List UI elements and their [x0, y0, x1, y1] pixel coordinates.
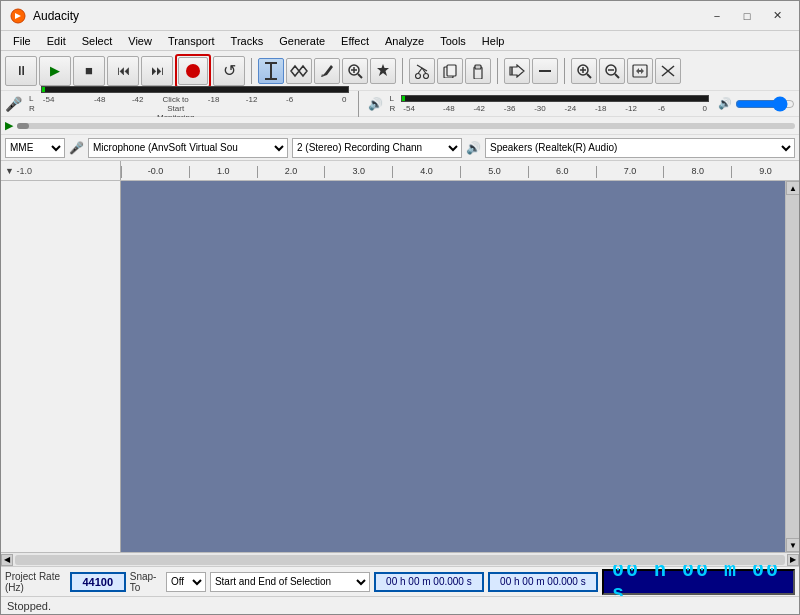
pause-button[interactable]: ⏸: [5, 56, 37, 86]
multitool-button[interactable]: [370, 58, 396, 84]
fastforward-button[interactable]: ⏭: [141, 56, 173, 86]
fit-project-button[interactable]: [655, 58, 681, 84]
project-rate-label: Project Rate (Hz): [5, 571, 66, 593]
api-select[interactable]: MME: [5, 138, 65, 158]
menu-item-select[interactable]: Select: [74, 33, 121, 49]
track-content[interactable]: [121, 181, 785, 552]
hscroll-right-arrow[interactable]: ▶: [787, 554, 799, 566]
lr-labels-out: L R: [390, 94, 396, 113]
channels-select[interactable]: 2 (Stereo) Recording Chann: [292, 138, 462, 158]
maximize-button[interactable]: □: [733, 6, 761, 26]
menu-item-view[interactable]: View: [120, 33, 160, 49]
app-window: Audacity − □ ✕ FileEditSelectViewTranspo…: [0, 0, 800, 615]
zoom-tool-button[interactable]: [342, 58, 368, 84]
titlebar: Audacity − □ ✕: [1, 1, 799, 31]
lr-labels: L R: [29, 94, 35, 113]
svg-line-5: [358, 74, 362, 78]
selection-group: Start and End of Selection: [210, 572, 598, 592]
zoom-out-button[interactable]: [599, 58, 625, 84]
tick-2: 2.0: [257, 166, 325, 178]
snap-to-select[interactable]: Off: [166, 572, 206, 592]
hscroll-track[interactable]: [15, 555, 785, 565]
trim-button[interactable]: [504, 58, 530, 84]
input-device-select[interactable]: Microphone (AnvSoft Virtual Sou: [88, 138, 288, 158]
vscroll-up-arrow[interactable]: ▲: [786, 181, 799, 195]
output-device-select[interactable]: Speakers (Realtek(R) Audio): [485, 138, 795, 158]
svg-rect-1: [270, 62, 272, 80]
snap-to-group: Snap-To Off: [130, 571, 206, 593]
svg-point-9: [424, 73, 429, 78]
paste-button[interactable]: [465, 58, 491, 84]
svg-rect-3: [265, 78, 277, 80]
ruler-neg-label: ▼ -1.0: [5, 166, 32, 176]
menu-item-help[interactable]: Help: [474, 33, 513, 49]
level-separator: [358, 91, 359, 117]
svg-line-12: [417, 65, 427, 71]
record-dot-icon: [186, 64, 200, 78]
loop-button[interactable]: ↺: [213, 56, 245, 86]
tick-9: 9.0: [731, 166, 799, 178]
volume-icon: 🔊: [718, 97, 732, 110]
selection-end-input[interactable]: [488, 572, 598, 592]
envelope-tool-button[interactable]: [286, 58, 312, 84]
menu-item-file[interactable]: File: [5, 33, 39, 49]
horizontal-scrollbar: ◀ ▶: [1, 552, 799, 566]
zoom-in-button[interactable]: [571, 58, 597, 84]
speaker-icon-device: 🔊: [466, 141, 481, 155]
vscroll-track[interactable]: [786, 195, 799, 538]
svg-rect-16: [475, 65, 481, 69]
svg-point-8: [416, 73, 421, 78]
vscroll-down-arrow[interactable]: ▼: [786, 538, 799, 552]
toolbar-separator-1: [251, 58, 252, 84]
menu-item-generate[interactable]: Generate: [271, 33, 333, 49]
svg-line-20: [587, 74, 591, 78]
ruler-left-spacer: ▼ -1.0: [1, 161, 121, 180]
play-indicator: ▶: [5, 119, 13, 132]
draw-tool-button[interactable]: [314, 58, 340, 84]
svg-line-24: [615, 74, 619, 78]
track-left-panel: [1, 181, 121, 552]
selection-start-input[interactable]: [374, 572, 484, 592]
tick-6: 6.0: [528, 166, 596, 178]
copy-button[interactable]: [437, 58, 463, 84]
tick-7: 7.0: [596, 166, 664, 178]
status-text: Stopped.: [7, 600, 51, 612]
vertical-scrollbar: ▲ ▼: [785, 181, 799, 552]
menu-item-tools[interactable]: Tools: [432, 33, 474, 49]
svg-line-10: [418, 68, 422, 74]
fit-selection-button[interactable]: [627, 58, 653, 84]
close-button[interactable]: ✕: [763, 6, 791, 26]
mic-icon-device: 🎤: [69, 141, 84, 155]
cut-button[interactable]: [409, 58, 435, 84]
toolbar-separator-4: [564, 58, 565, 84]
project-rate-input[interactable]: [70, 572, 126, 592]
speaker-icon: 🔊: [368, 97, 383, 111]
volume-control: 🔊: [718, 97, 795, 110]
playback-position-slider[interactable]: [17, 123, 795, 129]
stop-button[interactable]: ■: [73, 56, 105, 86]
volume-slider[interactable]: [735, 98, 795, 110]
timer-display: 00 h 00 m 00 s: [602, 569, 795, 595]
tick-1: 1.0: [189, 166, 257, 178]
output-level-scale: -54 -48 -42 -36 -30 -24 -18 -12 -6 0: [401, 95, 709, 113]
menu-item-edit[interactable]: Edit: [39, 33, 74, 49]
minimize-button[interactable]: −: [703, 6, 731, 26]
tick-3: 3.0: [324, 166, 392, 178]
hscroll-left-arrow[interactable]: ◀: [1, 554, 13, 566]
rewind-button[interactable]: ⏮: [107, 56, 139, 86]
selection-tool-button[interactable]: [258, 58, 284, 84]
ruler-ticks: -0.0 1.0 2.0 3.0 4.0 5.0 6.0 7.0 8.0 9.0: [121, 166, 799, 178]
svg-rect-14: [447, 65, 456, 76]
play-button[interactable]: ▶: [39, 56, 71, 86]
menu-item-transport[interactable]: Transport: [160, 33, 223, 49]
app-icon: [9, 7, 27, 25]
record-button[interactable]: [178, 57, 208, 85]
silence-button[interactable]: [532, 58, 558, 84]
bottom-status-bar: Stopped.: [1, 596, 799, 614]
selection-type-select[interactable]: Start and End of Selection: [210, 572, 370, 592]
menu-item-tracks[interactable]: Tracks: [223, 33, 272, 49]
menu-item-effect[interactable]: Effect: [333, 33, 377, 49]
menu-item-analyze[interactable]: Analyze: [377, 33, 432, 49]
record-button-wrapper: [175, 54, 211, 88]
svg-rect-2: [265, 62, 277, 64]
